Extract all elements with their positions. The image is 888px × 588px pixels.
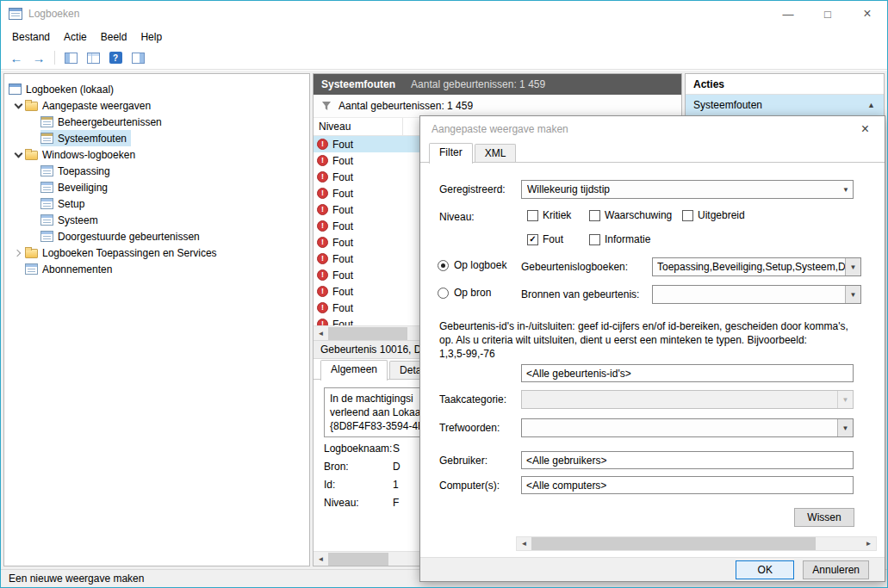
tree-item-beheergebeurtenissen[interactable]: Beheergebeurtenissen — [4, 114, 309, 130]
event-viewer-window: Logboeken — □ × Bestand Actie Beeld Help… — [0, 0, 888, 588]
menu-beeld[interactable]: Beeld — [94, 28, 134, 46]
field-label: Niveau: — [324, 497, 393, 510]
column-niveau[interactable]: Niveau — [314, 118, 403, 135]
chevron-down-icon[interactable]: ▼ — [845, 258, 860, 275]
scroll-left-icon[interactable]: ◄ — [314, 326, 328, 341]
radio-dot[interactable] — [438, 260, 449, 271]
custom-view-icon — [40, 116, 53, 127]
tab-filter[interactable]: Filter — [429, 143, 473, 164]
properties-button[interactable] — [83, 48, 103, 67]
radio-dot[interactable] — [438, 288, 449, 299]
error-icon: ! — [317, 319, 328, 325]
event-log-icon — [40, 214, 53, 226]
tab-xml[interactable]: XML — [475, 144, 517, 163]
keywords-combobox[interactable]: ▼ — [521, 418, 854, 437]
events-count: Aantal gebeurtenissen: 1 459 — [411, 78, 545, 90]
level-label: Niveau: — [439, 211, 475, 223]
event-logs-value: Toepassing,Beveiliging,Setup,Systeem,Doo — [657, 261, 845, 273]
tree-item-beveiliging[interactable]: Beveiliging — [4, 179, 309, 195]
checkbox-checked-box[interactable]: ✓ — [527, 234, 538, 245]
tree-item-setup[interactable]: Setup — [4, 195, 309, 212]
scroll-right-icon[interactable]: ► — [861, 536, 876, 551]
scroll-left-icon[interactable]: ◄ — [517, 536, 531, 551]
registered-combobox[interactable]: Willekeurig tijdstip ▼ — [521, 180, 854, 199]
event-level: Fout — [332, 220, 353, 232]
collapse-arrow-icon[interactable] — [11, 148, 25, 162]
tree-item-toepassing[interactable]: Toepassing — [4, 163, 309, 179]
checkbox-informatie[interactable]: Informatie — [589, 233, 650, 245]
console-tree-toggle-button[interactable] — [60, 48, 81, 67]
window-controls: — □ × — [768, 1, 887, 27]
error-icon: ! — [317, 188, 328, 199]
dialog-title: Aangepaste weergave maken — [432, 123, 568, 135]
tree-item-logboeken-toepassingen-services[interactable]: Logboeken Toepassingen en Services — [4, 244, 309, 261]
checkbox-label: Waarschuwing — [605, 209, 672, 221]
event-log-icon — [40, 231, 53, 242]
collapse-arrow-icon[interactable] — [11, 99, 25, 113]
help-button[interactable]: ? — [105, 48, 126, 67]
event-level: Fout — [332, 269, 353, 282]
scrollbar-thumb[interactable] — [328, 553, 388, 566]
event-ids-help-text: Gebeurtenis-id's in-/uitsluiten: geef id… — [439, 319, 848, 361]
checkbox-fout[interactable]: ✓ Fout — [527, 233, 563, 245]
event-level: Fout — [332, 302, 353, 314]
tree-item-windows-logboeken[interactable]: Windows-logboeken — [4, 146, 309, 163]
checkbox-box[interactable] — [589, 234, 600, 245]
actions-item-systeemfouten[interactable]: Systeemfouten ▲ — [686, 95, 884, 116]
chevron-down-icon[interactable]: ▼ — [845, 286, 860, 303]
dialog-close-button[interactable]: × — [846, 116, 885, 142]
event-logs-combobox[interactable]: Toepassing,Beveiliging,Setup,Systeem,Doo… — [652, 257, 861, 276]
action-pane-toggle-button[interactable] — [127, 48, 148, 67]
radio-label: Op bron — [454, 287, 491, 299]
checkbox-box[interactable] — [682, 210, 693, 221]
cancel-button[interactable]: Annuleren — [803, 560, 869, 579]
event-detail-title: Gebeurtenis 10016, Dis — [320, 344, 429, 356]
checkbox-uitgebreid[interactable]: Uitgebreid — [682, 209, 745, 221]
tree-item-abonnementen[interactable]: Abonnementen — [4, 261, 309, 277]
chevron-down-icon[interactable]: ▼ — [837, 419, 853, 436]
menu-bestand[interactable]: Bestand — [5, 28, 57, 46]
titlebar: Logboeken — □ × — [1, 1, 887, 27]
event-level: Fout — [332, 319, 353, 326]
menu-actie[interactable]: Actie — [57, 28, 94, 46]
back-button[interactable]: ← — [6, 48, 27, 67]
checkbox-waarschuwing[interactable]: Waarschuwing — [589, 209, 672, 221]
checkbox-kritiek[interactable]: Kritiek — [527, 209, 571, 221]
chevron-down-icon[interactable]: ▼ — [839, 186, 853, 194]
menu-help[interactable]: Help — [134, 28, 169, 46]
event-level: Fout — [332, 286, 353, 298]
radio-op-logboek[interactable]: Op logboek — [438, 259, 506, 271]
forward-button[interactable]: → — [28, 48, 49, 67]
computers-input[interactable] — [521, 476, 854, 494]
tree-item-logboeken-lokaal[interactable]: Logboeken (lokaal) — [4, 81, 309, 97]
expand-arrow-icon[interactable] — [11, 246, 25, 260]
event-sources-combobox[interactable]: ▼ — [652, 285, 861, 304]
tree-item-systeemfouten[interactable]: Systeemfouten — [4, 130, 309, 146]
field-value: S — [393, 443, 400, 455]
tree-item-aangepaste-weergaven[interactable]: Aangepaste weergaven — [4, 97, 309, 114]
checkbox-box[interactable] — [589, 210, 600, 221]
event-log-icon — [40, 165, 53, 176]
dialog-horizontal-scrollbar[interactable]: ◄ ► — [516, 536, 877, 551]
tree-item-systeem[interactable]: Systeem — [4, 212, 309, 228]
scroll-left-icon[interactable]: ◄ — [314, 552, 328, 566]
scrollbar-thumb[interactable] — [531, 537, 816, 550]
event-ids-input[interactable] — [521, 364, 854, 382]
field-value: 1 — [393, 479, 399, 492]
user-input[interactable] — [521, 451, 854, 469]
tree-item-doorgestuurde-gebeurtenissen[interactable]: Doorgestuurde gebeurtenissen — [4, 228, 309, 244]
ok-button[interactable]: OK — [736, 560, 794, 579]
maximize-button[interactable]: □ — [808, 1, 848, 27]
minimize-button[interactable]: — — [768, 1, 808, 27]
checkbox-box[interactable] — [527, 210, 538, 221]
checkbox-label: Fout — [543, 233, 563, 245]
tree-item-label: Logboeken (lokaal) — [26, 84, 114, 96]
actions-title: Acties — [686, 74, 884, 95]
collapse-up-icon[interactable]: ▲ — [867, 101, 875, 109]
tab-algemeen[interactable]: Algemeen — [320, 360, 388, 381]
event-level: Fout — [332, 204, 353, 216]
clear-button[interactable]: Wissen — [794, 508, 854, 527]
close-button[interactable]: × — [848, 1, 887, 27]
scrollbar-thumb[interactable] — [328, 327, 407, 340]
radio-op-bron[interactable]: Op bron — [438, 287, 491, 299]
